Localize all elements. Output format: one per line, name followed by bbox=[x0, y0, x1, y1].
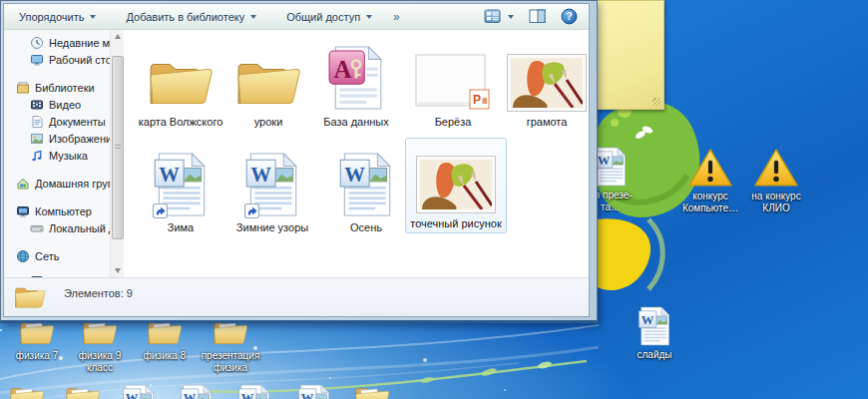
desktop-icon-image: W bbox=[687, 147, 733, 189]
desktop-icon-image: W bbox=[237, 383, 271, 399]
desktop-icon[interactable]: W физика 9 класс bbox=[69, 318, 131, 374]
toolbar-button[interactable]: Упорядочить bbox=[14, 8, 101, 26]
file-item[interactable]: W A bbox=[405, 138, 507, 233]
file-item[interactable]: W A bbox=[307, 36, 405, 132]
file-name: грамота bbox=[527, 115, 568, 129]
scroll-down-icon[interactable] bbox=[111, 264, 124, 277]
music-icon bbox=[30, 149, 44, 163]
explorer-window: Упорядочить Добавить в библиотеку Общий … bbox=[0, 0, 598, 323]
video-icon bbox=[30, 98, 44, 112]
sidebar-item-label: Изображения bbox=[49, 133, 110, 145]
sidebar-item[interactable]: Недавние места bbox=[4, 34, 110, 51]
sidebar-item[interactable]: Сеть bbox=[4, 247, 110, 264]
scrollbar-thumb[interactable] bbox=[112, 56, 124, 239]
change-view-button[interactable] bbox=[481, 7, 517, 26]
sidebar-item[interactable]: Документы bbox=[4, 113, 110, 130]
sidebar-item[interactable]: Музыка bbox=[4, 147, 110, 164]
word-document-icon: W bbox=[638, 305, 671, 347]
libraries-icon bbox=[16, 81, 30, 95]
sidebar-item[interactable]: Компьютер bbox=[4, 202, 110, 219]
desktop-icon[interactable]: W bbox=[116, 383, 162, 399]
file-icon: W A bbox=[244, 146, 300, 217]
desktop-icon[interactable]: W физика 8 bbox=[135, 318, 195, 362]
file-name: точечный рисунок bbox=[410, 216, 501, 230]
scroll-up-icon[interactable] bbox=[111, 30, 124, 43]
toolbar-button-label: Общий доступ bbox=[286, 11, 360, 23]
toolbar-button[interactable]: Добавить в библиотеку bbox=[121, 8, 261, 26]
desktop-icon[interactable]: W bbox=[291, 383, 337, 399]
chevron-down-icon bbox=[250, 15, 256, 19]
preview-pane-button[interactable] bbox=[526, 7, 549, 26]
file-item[interactable]: W A bbox=[497, 36, 589, 132]
sidebar-item-label: Рабочий стол bbox=[49, 54, 110, 66]
sidebar-item[interactable]: Видео bbox=[4, 96, 110, 113]
sticky-note-resize-grip[interactable] bbox=[652, 98, 661, 107]
sidebar-item-label: ACCOUNTS bbox=[49, 275, 110, 278]
sidebar-item-label: Недавние места bbox=[49, 37, 110, 49]
computer-icon bbox=[16, 204, 30, 218]
file-name: Осень bbox=[350, 220, 382, 234]
sticky-note[interactable] bbox=[592, 0, 664, 110]
desktop-icon[interactable]: W конкурс Компьюте… bbox=[679, 147, 741, 214]
toolbar-overflow-chevron[interactable]: » bbox=[393, 10, 400, 24]
word-document-icon: W bbox=[237, 383, 271, 399]
word-document-icon: W bbox=[180, 383, 214, 399]
folder-icon bbox=[353, 384, 391, 399]
word-letter: W bbox=[250, 164, 271, 186]
desktop-icon[interactable]: W bbox=[60, 384, 106, 399]
sidebar-item-icon bbox=[30, 36, 45, 50]
file-item[interactable]: W A bbox=[221, 142, 323, 237]
sidebar-item[interactable]: Домашняя группа bbox=[4, 175, 110, 192]
sidebar-item-label: Домашняя группа bbox=[35, 178, 110, 190]
network-globe-icon bbox=[16, 249, 30, 263]
word-letter: W bbox=[241, 391, 254, 399]
desktop-icon-image: W bbox=[353, 384, 391, 399]
sidebar-item[interactable]: Рабочий стол bbox=[4, 51, 110, 68]
file-item[interactable]: W A bbox=[221, 36, 315, 132]
powerpoint-letter: P bbox=[473, 93, 481, 107]
file-item[interactable]: W A bbox=[134, 36, 227, 132]
desktop-icon-label: презентация физика bbox=[194, 350, 267, 374]
file-list: W A bbox=[124, 30, 589, 277]
file-icon: W A bbox=[507, 40, 587, 112]
word-letter: W bbox=[598, 154, 611, 168]
file-icon: W A bbox=[153, 146, 209, 217]
desktop-icon[interactable]: W bbox=[4, 384, 50, 399]
desktop-icon-image: W bbox=[638, 305, 671, 347]
desktop-icon[interactable]: W слайды bbox=[626, 305, 683, 361]
file-name: уроки bbox=[254, 115, 283, 129]
desktop-icon[interactable]: W bbox=[174, 383, 219, 399]
desktop-icon[interactable]: W bbox=[231, 383, 277, 399]
word-letter: W bbox=[642, 313, 654, 327]
status-bar: Элементов: 9 bbox=[4, 277, 589, 316]
shortcut-arrow-icon bbox=[153, 203, 168, 218]
file-item[interactable]: W A bbox=[134, 142, 227, 237]
file-icon: W A bbox=[327, 40, 385, 112]
desktop-icon-image: W bbox=[180, 383, 214, 399]
desktop-icon[interactable]: W bbox=[349, 384, 395, 399]
desktop-icon[interactable]: W презентация физика bbox=[194, 318, 267, 374]
toolbar-button[interactable]: Общий доступ bbox=[281, 8, 377, 26]
sidebar-item-label: Локальный диск bbox=[49, 222, 110, 234]
desktop-icon-image: W bbox=[64, 384, 102, 399]
sidebar-item-icon bbox=[30, 221, 45, 235]
warning-triangle-icon bbox=[687, 147, 733, 189]
sidebar-item[interactable]: Библиотеки bbox=[4, 79, 110, 96]
sidebar-item[interactable]: ACCOUNTS bbox=[4, 272, 110, 277]
desktop-icon[interactable]: W на конкурс КЛИО bbox=[745, 147, 807, 214]
photo-thumbnail-icon bbox=[507, 54, 587, 112]
help-button[interactable]: ? bbox=[558, 6, 581, 27]
sidebar-item[interactable]: Локальный диск bbox=[4, 219, 110, 236]
file-item[interactable]: W A bbox=[403, 36, 503, 132]
sidebar-item-icon bbox=[30, 115, 45, 129]
desktop-icon[interactable]: W физика 7 bbox=[7, 318, 67, 362]
computer-icon bbox=[30, 274, 44, 278]
chevron-down-icon bbox=[366, 15, 372, 19]
file-name: Зимние узоры bbox=[236, 220, 308, 234]
folder-icon bbox=[235, 56, 301, 112]
file-item[interactable]: W A bbox=[319, 142, 413, 237]
file-icon: W A bbox=[416, 142, 496, 213]
sidebar-item[interactable]: Изображения bbox=[4, 130, 110, 147]
hard-disk-icon bbox=[30, 221, 44, 235]
sidebar-scrollbar[interactable] bbox=[110, 30, 124, 277]
